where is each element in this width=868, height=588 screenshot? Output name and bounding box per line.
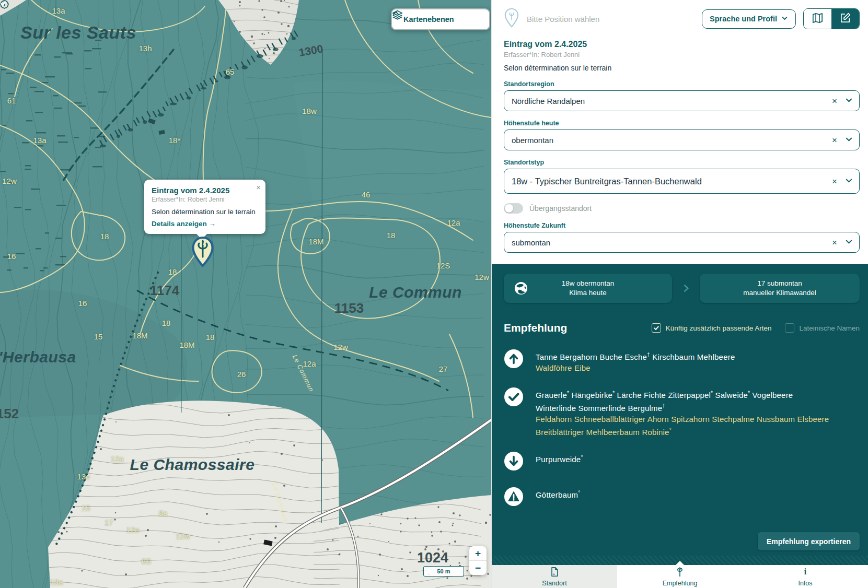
current-climate-card[interactable]: 18w obermontan Klima heute [504, 274, 672, 303]
species-row: Grauerle* Hängebirke* Lärche Fichte Zitt… [504, 387, 860, 438]
species-row: Götterbaum° [504, 487, 860, 509]
tab-infos[interactable]: iInfos [743, 565, 868, 588]
zoom-out-button[interactable]: − [469, 561, 487, 575]
tab-empfehlung[interactable]: Empfehlung [617, 565, 743, 588]
species-line: Tanne Bergahorn Buche Esche† Kirschbaum … [536, 349, 735, 362]
species-line: Waldföhre Eibe [536, 362, 735, 373]
map-layers-button[interactable]: Kartenebenen [391, 8, 490, 30]
export-recommendation-button[interactable]: Empfehlung exportieren [758, 532, 860, 550]
field-label: Höhenstufe Zukunft [504, 222, 860, 229]
map-marker-pin[interactable] [191, 236, 214, 267]
doc-icon [549, 567, 560, 579]
map-entry-popup: Eintrag vom 2.4.2025 Erfasser*In: Robert… [144, 180, 265, 234]
clear-icon[interactable]: × [832, 177, 837, 186]
transition-toggle-label: Übergangsstandort [529, 204, 592, 213]
language-profile-button[interactable]: Sprache und Profil [702, 9, 796, 29]
field-label: Standortstyp [504, 159, 860, 166]
entry-author: Erfasser*In: Robert Jenni [504, 51, 860, 58]
field-standortstyp[interactable]: 18w - Typischer Buntreitgras-Tannen-Buch… [504, 169, 860, 194]
field-value: submontan [512, 238, 832, 247]
recommendation-header: Empfehlung Künftig zusätzlich passende A… [504, 322, 860, 334]
popup-note: Selon détermination sur le terrain [152, 208, 258, 216]
popup-author: Erfasser*In: Robert Jenni [152, 196, 258, 203]
popup-title: Eintrag vom 2.4.2025 [152, 186, 258, 195]
tree-icon [675, 567, 685, 579]
field-h-henstufe-zukunft[interactable]: submontan× [504, 232, 860, 253]
map-scale: 50 m [423, 566, 464, 577]
climate-comparison: 18w obermontan Klima heute 17 submontan … [504, 274, 860, 303]
clear-icon[interactable]: × [832, 238, 837, 247]
zoom-control: + − [469, 546, 487, 575]
pin-icon [504, 8, 519, 30]
filter-future-species[interactable]: Künftig zusätzlich passende Arten [652, 323, 772, 333]
zoom-in-button[interactable]: + [469, 546, 487, 560]
recommendation-section: 18w obermontan Klima heute 17 submontan … [492, 264, 868, 565]
field-value: 18w - Typischer Buntreitgras-Tannen-Buch… [512, 177, 832, 186]
close-icon[interactable]: × [256, 183, 261, 192]
chevron-right-icon [672, 274, 700, 303]
svg-text:i: i [804, 567, 807, 576]
transition-toggle[interactable] [504, 203, 523, 214]
species-line: Purpurweide° [536, 452, 583, 465]
current-climate-line2: Klima heute [562, 288, 615, 298]
edit-icon [839, 12, 851, 26]
species-line: Grauerle* Hängebirke* Lärche Fichte Zitt… [536, 387, 829, 401]
field-label: Standortsregion [504, 80, 860, 88]
recommendation-title: Empfehlung [504, 322, 638, 334]
map-view-button[interactable] [804, 9, 831, 29]
map-artwork [0, 0, 491, 588]
clear-icon[interactable]: × [832, 97, 837, 105]
future-climate-line2: manueller Klimawandel [743, 288, 816, 298]
entry-note: Selon détermination sur le terrain [504, 64, 860, 72]
field-h-henstufe-heute[interactable]: obermontan× [504, 130, 860, 150]
bottom-navigation: StandortEmpfehlungiInfos [492, 565, 868, 588]
popup-details-link[interactable]: Details anzeigen → [152, 220, 258, 228]
chevron-down-icon [845, 177, 853, 186]
entry-title: Eintrag vom 2.4.2025 [504, 40, 860, 49]
position-status-text: Bitte Position wählen [527, 15, 695, 23]
layers-button-label: Kartenebenen [403, 15, 478, 23]
species-row: Purpurweide° [504, 451, 860, 473]
species-row: Tanne Bergahorn Buche Esche† Kirschbaum … [504, 349, 860, 373]
i-icon: i [800, 567, 811, 579]
future-climate-line1: 17 submontan [743, 279, 816, 288]
chevron-down-icon [845, 238, 853, 248]
form-fields: StandortsregionNördliche Randalpen×Höhen… [504, 80, 860, 253]
species-line: Winterlinde Sommerlinde Bergulme† [536, 401, 829, 414]
field-label: Höhenstufe heute [504, 120, 860, 127]
chevron-down-icon [845, 135, 853, 145]
arrow-up-icon [504, 349, 524, 373]
chevron-down-icon [781, 15, 788, 23]
species-line: Feldahorn Schneeballblättriger Ahorn Spi… [536, 414, 829, 425]
panel-header: Bitte Position wählen Sprache und Profil [504, 0, 860, 38]
view-mode-toggle [803, 8, 860, 29]
check-icon [504, 387, 524, 438]
current-climate-line1: 18w obermontan [562, 279, 615, 288]
field-value: Nördliche Randalpen [512, 97, 832, 105]
tab-standort[interactable]: Standort [492, 565, 617, 588]
edit-view-button[interactable] [831, 9, 859, 29]
species-line: Götterbaum° [536, 487, 580, 500]
warning-icon [504, 487, 524, 509]
species-list: Tanne Bergahorn Buche Esche† Kirschbaum … [504, 349, 860, 509]
checkbox [652, 323, 661, 333]
future-climate-card[interactable]: 17 submontan manueller Klimawandel [700, 274, 860, 303]
globe-icon [514, 281, 528, 297]
species-line: Breitblättriger Mehlbeerbaum Robinie° [536, 425, 829, 438]
side-panel: Bitte Position wählen Sprache und Profil… [491, 0, 868, 588]
map-icon [812, 12, 824, 26]
checkbox [785, 323, 794, 333]
field-standortsregion[interactable]: Nördliche Randalpen× [504, 90, 860, 111]
chevron-down-icon [845, 96, 853, 106]
clear-icon[interactable]: × [832, 136, 837, 145]
map-canvas[interactable]: 13a13h6518w6113a18*12w4618161818M1812a12… [0, 0, 491, 588]
filter-latin-names[interactable]: Lateinische Namen [785, 323, 860, 333]
field-value: obermontan [512, 136, 832, 145]
app-window: 13a13h6518w6113a18*12w4618161818M1812a12… [0, 0, 868, 588]
form-section: Bitte Position wählen Sprache und Profil… [492, 0, 868, 264]
arrow-down-icon [504, 451, 524, 473]
recommendation-filters: Künftig zusätzlich passende ArtenLateini… [638, 323, 860, 333]
